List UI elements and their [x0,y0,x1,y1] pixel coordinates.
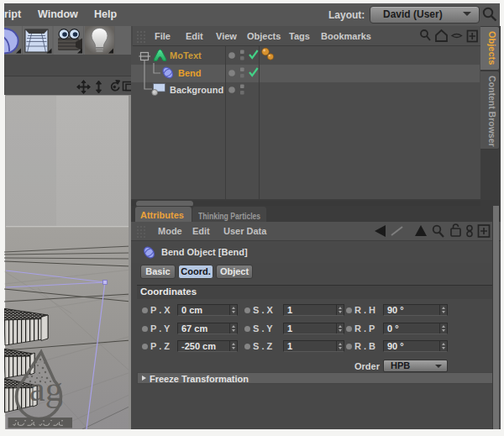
svg-text:ag: ag [29,370,63,408]
